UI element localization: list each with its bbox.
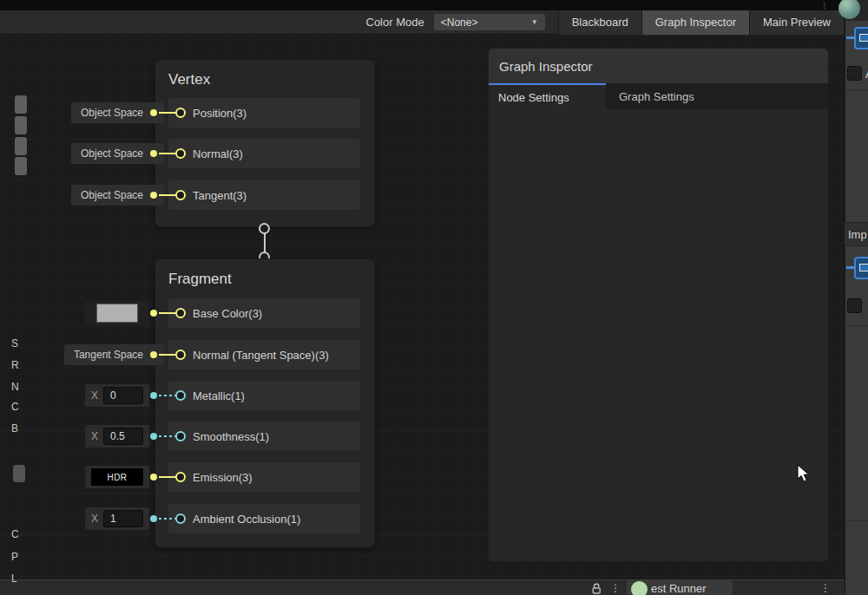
space-dropdown[interactable]: Tangent Space [64,344,164,365]
float-field[interactable]: X0.5 [85,425,149,448]
tab-node-settings[interactable]: Node Settings [489,83,606,109]
stack-connector-out-port[interactable] [259,223,270,234]
port-row: Base Color(3) [56,298,360,328]
color-mode-value: <None> [441,16,531,29]
test-runner-tab[interactable]: est Runner [627,580,733,595]
edge-connector-dot [150,433,157,440]
edge-line [159,518,176,520]
port-row: Metallic(1)X0 [56,381,360,410]
color-mode-label: Color Mode [366,16,424,29]
status-dot-icon [631,581,648,595]
color-mode-dropdown[interactable]: <None> ▼ [433,13,546,31]
inspector-tab-bar: Node Settings Graph Settings [489,83,828,109]
tab-graph-settings[interactable]: Graph Settings [606,83,694,109]
inspector-checkbox[interactable] [847,298,862,313]
node-row-slot: Emission(3) [168,462,360,492]
port-row: Position(3)Object Space [56,98,360,128]
edge-connector-dot [150,150,157,157]
port-widget-slot: X0 [56,381,164,410]
inspector-checkbox[interactable] [847,66,862,81]
edge-connector-dot [150,192,157,199]
node-row-label: Metallic(1) [193,389,245,402]
port-vector3[interactable] [175,350,186,360]
node-row-label: Normal (Tangent Space)(3) [193,349,329,362]
inspector-button[interactable] [15,157,27,175]
node-row-label: Base Color(3) [193,307,262,320]
node-row-slot: Base Color(3) [168,298,360,328]
lock-icon[interactable] [590,582,602,595]
port-widget-slot: X0.5 [56,422,164,451]
hdr-color-field[interactable]: HDR [85,466,149,488]
divider [845,325,868,326]
port-vector3[interactable] [175,190,186,200]
node-row-slot: Smoothness(1) [168,422,360,451]
test-runner-tab-label: est Runner [651,582,707,595]
kebab-menu-icon[interactable]: ⋮ [610,581,621,595]
graph-inspector-toggle-button[interactable]: Graph Inspector [642,10,749,35]
node-row-slot: Position(3) [168,98,360,128]
edge-connector-dot [150,310,157,317]
edge-connector-dot [150,109,157,116]
port-vector3[interactable] [175,308,186,318]
inspector-button[interactable] [15,137,27,155]
inspector-body [489,109,828,562]
port-widget-slot: X1 [56,504,164,533]
port-float[interactable] [175,390,186,401]
mouse-cursor-icon [797,464,811,487]
bottom-tab-bar: ⋮ est Runner ⋮ [0,579,845,595]
port-widget-slot: HDR [56,462,164,492]
main-preview-toggle-button[interactable]: Main Preview [750,10,844,35]
node-row-label: Smoothness(1) [193,430,269,443]
port-widget-slot: Object Space [56,139,164,168]
inspector-button[interactable] [15,116,27,134]
kebab-menu-icon[interactable]: ⋮ [820,581,831,595]
float-field-prefix: X [91,513,98,525]
property-label: N [11,381,19,393]
property-label: R [11,359,19,371]
edge-line [159,112,176,114]
imported-object-header[interactable]: Imp [845,222,868,246]
property-label: L [11,572,17,585]
float-field-value[interactable]: 1 [103,510,143,527]
space-dropdown-value: Object Space [81,107,143,119]
blackboard-toggle-button[interactable]: Blackboard [559,10,641,35]
space-dropdown-value: Tangent Space [74,349,143,361]
float-field[interactable]: X0 [85,384,149,407]
space-dropdown-value: Object Space [81,189,143,201]
property-label: C [11,528,19,540]
float-field-value[interactable]: 0.5 [103,428,143,445]
port-vector3[interactable] [175,472,186,482]
node-row-slot: Metallic(1) [168,381,360,410]
port-widget-slot [56,298,164,328]
property-label: S [11,337,18,350]
float-field-prefix: X [91,430,98,442]
node-row-label: Ambient Occlusion(1) [193,513,300,526]
property-label: P [11,551,18,563]
port-vector3[interactable] [175,148,186,159]
hdr-color-swatch[interactable]: HDR [91,468,143,486]
edge-connector-dot [150,515,157,522]
float-field[interactable]: X1 [85,507,149,530]
title-bar: ⋮ [0,0,868,10]
port-float[interactable] [175,431,186,441]
chevron-down-icon: ▼ [531,18,538,26]
color-swatch[interactable] [96,304,138,323]
graph-canvas[interactable]: Vertex Fragment Graph Inspector Node Set… [0,35,845,579]
inspector-button[interactable] [15,95,27,114]
port-row: Normal (Tangent Space)(3)Tangent Space [56,340,360,369]
port-vector3[interactable] [175,108,186,118]
edge-connector-dot [150,392,157,399]
port-row: Emission(3)HDR [56,462,360,492]
port-row: Normal(3)Object Space [56,139,360,168]
node-row-slot: Ambient Occlusion(1) [168,504,360,533]
fragment-node-title: Fragment [155,259,374,288]
color-field[interactable] [85,301,149,325]
edge-line [159,354,176,356]
port-widget-slot: Object Space [56,180,164,210]
titlebar-kebab-icon[interactable]: ⋮ [820,0,828,10]
graph-inspector-panel: Graph Inspector Node Settings Graph Sett… [488,48,829,562]
float-field-value[interactable]: 0 [103,387,143,404]
port-float[interactable] [175,513,186,524]
port-row: Smoothness(1)X0.5 [56,422,360,451]
edge-line [159,435,176,437]
